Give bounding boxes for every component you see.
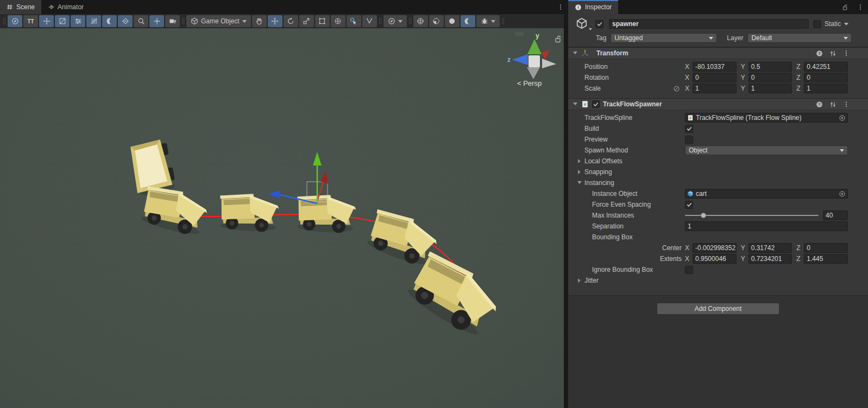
tab-inspector[interactable]: Inspector xyxy=(568,0,618,14)
instancing-foldout[interactable] xyxy=(577,180,582,186)
scene-viewport[interactable]: y z < Persp xyxy=(0,28,564,408)
ignore-bounding-box-checkbox[interactable] xyxy=(685,266,693,274)
gameobject-name-field[interactable]: spawner xyxy=(609,19,809,29)
transform-header[interactable]: Transform xyxy=(568,47,868,59)
local-offsets-row[interactable]: Local Offsets xyxy=(568,156,868,167)
inspector-lock-button[interactable] xyxy=(837,0,853,14)
rotation-x-field[interactable]: 0 xyxy=(693,73,737,82)
object-picker-icon[interactable] xyxy=(839,190,846,197)
help-icon[interactable] xyxy=(816,50,823,57)
static-dropdown-caret[interactable] xyxy=(844,23,848,25)
jitter-foldout[interactable] xyxy=(577,278,582,283)
tab-scene[interactable]: Scene xyxy=(0,0,41,14)
extents-x-field[interactable]: 0.9500046 xyxy=(693,254,737,264)
scale-tool-button[interactable] xyxy=(299,15,314,27)
build-checkbox[interactable] xyxy=(685,125,693,133)
gizmo-cone-right[interactable] xyxy=(542,59,556,68)
cart-instance[interactable] xyxy=(139,183,210,238)
inspector-menu-button[interactable] xyxy=(853,0,868,14)
extents-y-field[interactable]: 0.7234201 xyxy=(749,254,792,264)
tool-text-button[interactable]: TT xyxy=(23,15,38,27)
local-offsets-foldout[interactable] xyxy=(577,158,582,164)
center-z-field[interactable]: 0 xyxy=(804,243,848,253)
spawner-enabled-checkbox[interactable] xyxy=(592,100,600,108)
shading-solid-button[interactable] xyxy=(445,15,460,27)
max-instances-slider[interactable] xyxy=(685,212,819,219)
custom-tool-button[interactable] xyxy=(362,15,377,27)
static-checkbox[interactable] xyxy=(813,20,821,28)
cart-instance[interactable] xyxy=(219,193,279,232)
gizmo-cone-y[interactable] xyxy=(527,39,542,54)
shading-moon-button[interactable] xyxy=(461,15,475,27)
cart-instance[interactable] xyxy=(296,194,356,233)
tool-layers-button[interactable] xyxy=(118,15,133,27)
effects-dropdown-button[interactable] xyxy=(383,15,407,27)
add-component-button[interactable]: Add Component xyxy=(657,303,779,315)
hand-tool-button[interactable] xyxy=(252,15,267,27)
layer-dropdown[interactable]: Default xyxy=(747,33,852,43)
jitter-row[interactable]: Jitter xyxy=(568,275,868,286)
scene-pane-menu-button[interactable] xyxy=(553,0,568,14)
help-icon[interactable] xyxy=(816,101,823,108)
shading-wire-button[interactable] xyxy=(413,15,428,27)
tool-frame-button[interactable] xyxy=(55,15,70,27)
tool-move-overlay-button[interactable] xyxy=(39,15,54,27)
toolbar-drag-handle[interactable] xyxy=(2,17,7,25)
perspective-label[interactable]: < Persp xyxy=(517,79,542,87)
snapping-foldout[interactable] xyxy=(577,169,582,175)
gizmo-cone-down[interactable] xyxy=(527,67,540,79)
preview-checkbox[interactable] xyxy=(685,136,693,144)
instance-object-field[interactable]: cart xyxy=(685,189,848,199)
kebab-menu-icon[interactable] xyxy=(843,101,850,107)
scale-z-field[interactable]: 1 xyxy=(804,84,848,93)
position-y-field[interactable]: 0.5 xyxy=(749,62,792,72)
tool-search-button[interactable] xyxy=(134,15,148,27)
extents-z-field[interactable]: 1.445 xyxy=(804,254,848,264)
snapping-row[interactable]: Snapping xyxy=(568,167,868,177)
gizmo-center-cube[interactable] xyxy=(529,55,540,67)
tool-pivot-button[interactable] xyxy=(149,15,164,27)
game-object-dropdown[interactable]: Game Object xyxy=(186,15,251,27)
rotation-z-field[interactable]: 0 xyxy=(804,73,848,82)
center-y-field[interactable]: 0.31742 xyxy=(749,243,792,253)
link-broken-icon[interactable] xyxy=(673,85,685,92)
tab-animator[interactable]: Animator xyxy=(41,0,90,14)
rect-tool-button[interactable] xyxy=(315,15,330,27)
debug-dropdown-button[interactable] xyxy=(476,15,500,27)
move-gizmo[interactable] xyxy=(268,152,328,203)
max-instances-slider-knob[interactable] xyxy=(701,213,706,218)
orientation-gizmo[interactable]: y z xyxy=(507,32,556,79)
instancing-row[interactable]: Instancing xyxy=(568,177,868,188)
move-tool-button[interactable] xyxy=(268,15,282,27)
overlay-handle[interactable] xyxy=(515,33,524,35)
gizmo-lock-icon[interactable] xyxy=(556,36,561,42)
tool-grid-hatch-button[interactable] xyxy=(86,15,101,27)
gameobject-enabled-checkbox[interactable] xyxy=(595,20,603,28)
object-picker-icon[interactable] xyxy=(839,114,846,122)
separation-field[interactable]: 1 xyxy=(685,221,848,231)
force-even-spacing-checkbox[interactable] xyxy=(685,201,693,209)
position-z-field[interactable]: 0.42251 xyxy=(804,62,848,72)
transform-tool-button[interactable] xyxy=(331,15,345,27)
spawner-foldout[interactable] xyxy=(573,101,578,107)
transform-foldout[interactable] xyxy=(573,50,578,56)
tool-moon-button[interactable] xyxy=(102,15,117,27)
max-instances-value-field[interactable]: 40 xyxy=(823,211,848,220)
tool-sliders-button[interactable] xyxy=(71,15,85,27)
gizmo-cone-z[interactable] xyxy=(512,54,528,65)
tool-draw-mode-button[interactable] xyxy=(8,15,22,27)
kebab-menu-icon[interactable] xyxy=(843,50,850,56)
pick-cursor-tool-button[interactable] xyxy=(347,15,361,27)
spawn-method-dropdown[interactable]: Object xyxy=(685,145,848,155)
presets-icon[interactable] xyxy=(829,101,836,108)
rotation-y-field[interactable]: 0 xyxy=(749,73,792,82)
scale-x-field[interactable]: 1 xyxy=(693,84,737,93)
presets-icon[interactable] xyxy=(829,50,836,57)
shading-quad-button[interactable] xyxy=(429,15,444,27)
trackflowspline-object-field[interactable]: TrackFlowSpline (Track Flow Spline) xyxy=(685,113,848,123)
position-x-field[interactable]: -80.10337 xyxy=(693,62,737,72)
tool-camera-button[interactable] xyxy=(165,15,180,27)
trackflowspawner-header[interactable]: TrackFlowSpawner xyxy=(568,98,868,110)
tag-dropdown[interactable]: Untagged xyxy=(611,33,717,43)
rotate-tool-button[interactable] xyxy=(284,15,298,27)
